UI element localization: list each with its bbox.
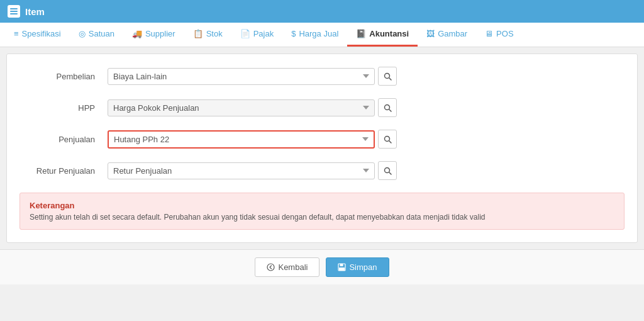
save-icon	[338, 263, 346, 271]
tab-stok[interactable]: 📋 Stok	[184, 23, 231, 47]
hpp-control: Harga Pokok Penjualan	[108, 98, 397, 117]
svg-point-7	[384, 136, 389, 141]
page-header: Item	[0, 0, 644, 23]
pembelian-select[interactable]: Biaya Lain-lain	[108, 68, 375, 85]
hpp-row: HPP Harga Pokok Penjualan	[19, 98, 625, 117]
back-icon	[267, 263, 275, 271]
header-icon	[8, 5, 20, 18]
svg-line-4	[389, 78, 391, 80]
notice-text: Setting akun telah di set secara default…	[30, 213, 614, 222]
retur-penjualan-control: Retur Penjualan	[108, 161, 397, 180]
pajak-icon: 📄	[240, 29, 250, 38]
penjualan-search-button[interactable]	[378, 130, 397, 149]
pembelian-row: Pembelian Biaya Lain-lain	[19, 67, 625, 86]
back-button[interactable]: Kembali	[255, 257, 319, 277]
svg-point-11	[267, 264, 274, 271]
retur-penjualan-select[interactable]: Retur Penjualan	[108, 162, 375, 179]
svg-line-8	[389, 141, 391, 143]
svg-line-10	[389, 172, 391, 174]
pembelian-label: Pembelian	[19, 72, 108, 81]
penjualan-select[interactable]: Hutang PPh 22	[108, 130, 375, 149]
satuan-icon: ◎	[79, 29, 86, 38]
notice-title: Keterangan	[30, 201, 614, 210]
gambar-icon: 🖼	[426, 29, 435, 38]
hpp-search-button[interactable]	[378, 98, 397, 117]
notice-box: Keterangan Setting akun telah di set sec…	[19, 193, 625, 230]
footer: Kembali Simpan	[0, 249, 644, 284]
akuntansi-icon: 📓	[356, 29, 366, 38]
svg-rect-0	[10, 8, 18, 9]
save-button[interactable]: Simpan	[326, 257, 389, 277]
search-icon	[384, 167, 392, 175]
pos-icon: 🖥	[485, 29, 493, 38]
stok-icon: 📋	[193, 29, 203, 38]
svg-rect-2	[10, 13, 18, 14]
hpp-select[interactable]: Harga Pokok Penjualan	[108, 99, 375, 116]
tab-satuan[interactable]: ◎ Satuan	[70, 23, 123, 47]
tab-gambar[interactable]: 🖼 Gambar	[418, 23, 476, 47]
svg-line-6	[389, 110, 391, 111]
svg-rect-1	[10, 11, 18, 12]
search-icon	[384, 135, 392, 144]
tab-akuntansi[interactable]: 📓 Akuntansi	[347, 23, 418, 47]
search-icon	[384, 72, 392, 81]
tab-harga-jual[interactable]: $ Harga Jual	[282, 23, 347, 47]
svg-point-5	[384, 104, 389, 110]
pembelian-control: Biaya Lain-lain	[108, 67, 397, 86]
tab-pajak[interactable]: 📄 Pajak	[231, 23, 283, 47]
tab-spesifikasi[interactable]: ≡ Spesifikasi	[5, 23, 70, 47]
search-icon	[384, 104, 392, 112]
main-content: Pembelian Biaya Lain-lain HPP Harga Poko…	[6, 54, 638, 243]
retur-penjualan-row: Retur Penjualan Retur Penjualan	[19, 161, 625, 180]
tab-supplier[interactable]: 🚚 Supplier	[123, 23, 184, 47]
svg-point-9	[384, 167, 389, 172]
pembelian-search-button[interactable]	[378, 67, 397, 86]
penjualan-control: Hutang PPh 22	[108, 130, 397, 149]
svg-point-3	[384, 73, 389, 78]
svg-rect-14	[339, 268, 345, 271]
penjualan-label: Penjualan	[19, 135, 108, 144]
spesifikasi-icon: ≡	[14, 29, 19, 38]
page-title: Item	[25, 6, 45, 17]
tab-bar: ≡ Spesifikasi ◎ Satuan 🚚 Supplier 📋 Stok…	[0, 23, 644, 47]
hpp-label: HPP	[19, 103, 108, 113]
harga-jual-icon: $	[291, 29, 296, 38]
svg-rect-13	[340, 264, 343, 266]
retur-penjualan-search-button[interactable]	[378, 161, 397, 180]
tab-pos[interactable]: 🖥 POS	[476, 23, 522, 47]
retur-penjualan-label: Retur Penjualan	[19, 166, 108, 176]
penjualan-row: Penjualan Hutang PPh 22	[19, 130, 625, 149]
supplier-icon: 🚚	[132, 29, 142, 38]
